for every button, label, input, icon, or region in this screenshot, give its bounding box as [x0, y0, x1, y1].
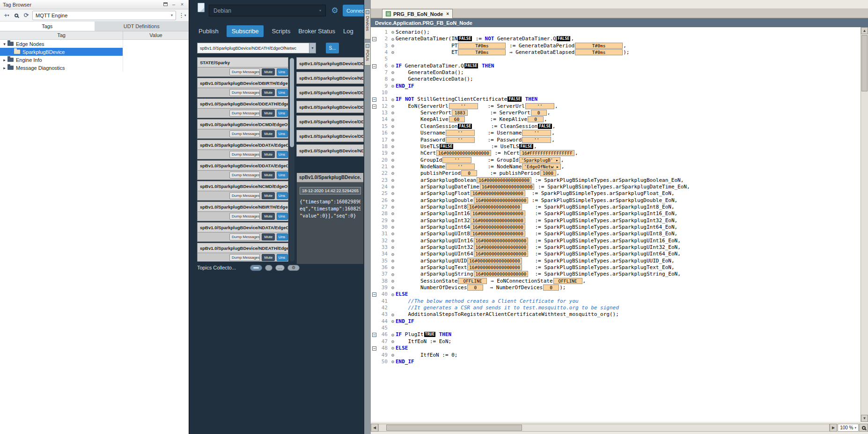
breakpoint-dot[interactable]: [391, 273, 394, 276]
breakpoint-dot[interactable]: [391, 98, 394, 101]
code-line[interactable]: 47 ItfEoN := EoN;: [371, 338, 861, 345]
code-line[interactable]: 30 arSparkplugInt6416#0000000000000000 :…: [371, 224, 861, 231]
horizontal-scrollbar-thumb[interactable]: [386, 425, 522, 431]
horizontal-scrollbar[interactable]: [378, 424, 830, 432]
breakpoint-dot[interactable]: [391, 266, 394, 269]
code-line[interactable]: 45: [371, 325, 861, 331]
magnifier-button[interactable]: [859, 424, 868, 432]
breakpoint-dot[interactable]: [391, 112, 394, 114]
code-line[interactable]: 49 ItfEoN := 0;: [371, 352, 861, 359]
fold-collapse-icon[interactable]: −: [372, 333, 376, 337]
tree-row-sparkplugbdevice[interactable]: SparkplugBDevice: [0, 48, 189, 56]
zoom-control[interactable]: 100 % ▾: [838, 424, 859, 432]
code-line[interactable]: 42 //It generates a CSR and sends it to …: [371, 305, 861, 311]
code-line[interactable]: 5: [371, 56, 861, 62]
breakpoint-dot[interactable]: [391, 232, 394, 235]
subscription-scrollbar[interactable]: [289, 57, 294, 262]
subscription-topic[interactable]: spBv1.0/SparkplugBDevice/NDEATH/EdgeOfNe…: [197, 243, 288, 253]
breakpoint-dot[interactable]: [391, 206, 394, 209]
code-line[interactable]: 3 PTT#0ms := GenerateDataPeriodT#0ms,: [371, 43, 861, 49]
breakpoint-dot[interactable]: [391, 293, 394, 296]
subscription-topic[interactable]: spBv1.0/SparkplugBDevice/DDEATH/EdgeOfNe…: [197, 98, 288, 108]
code-line[interactable]: 34 arSparkplugUInt6416#0000000000000000 …: [371, 251, 861, 257]
message-item[interactable]: spBv1.0/SparkplugBDevice/DDAT: [296, 86, 364, 98]
fold-collapse-icon[interactable]: −: [372, 37, 376, 41]
tree-row-message-diagnostics[interactable]: ▸Message Diagnostics: [0, 64, 189, 72]
tree-row-engine-info[interactable]: ▸Engine Info: [0, 56, 189, 64]
tab-udt-definitions[interactable]: UDT Definitions: [95, 22, 189, 31]
code-line[interactable]: 4 ETT#0ms ⇒ GenerateDataElapsedT#0ms);: [371, 49, 861, 56]
code-editor[interactable]: 1Scenario();−2GenerateDataTimer(INFALSE …: [371, 27, 861, 422]
code-line[interactable]: 18 UseTLSFALSE := UseTLSFALSE,: [371, 143, 861, 150]
code-line[interactable]: 31 arSparkplugUInt816#0000000000000000 :…: [371, 231, 861, 237]
dump-messages-button[interactable]: Dump Messages: [229, 172, 260, 179]
code-line[interactable]: 35 arSparkplugUUID16#0000000000000000 :=…: [371, 258, 861, 264]
code-line[interactable]: 15 CleanSessionFALSE := CleanSessionFALS…: [371, 123, 861, 130]
mute-button[interactable]: Mute: [262, 89, 275, 96]
subscription-topic[interactable]: spBv1.0/SparkplugBDevice/DDATA/EdgeOfNet…: [197, 160, 288, 170]
code-line[interactable]: 25 arSparkplugFloat16#0000000000000000 :…: [371, 190, 861, 197]
breakpoint-dot[interactable]: [391, 192, 394, 195]
column-header-value[interactable]: Value: [123, 31, 189, 39]
code-line[interactable]: 44END_IF: [371, 318, 861, 325]
breakpoint-dot[interactable]: [391, 239, 394, 242]
code-line[interactable]: 17 Password'' := Password'',: [371, 137, 861, 143]
subscription-topic[interactable]: spBv1.0/SparkplugBDevice/NCMD/EdgeOfNetw…: [197, 181, 288, 191]
code-line[interactable]: 38 SessionStateOFFLINE ⇒ EoNConnectionSt…: [371, 278, 861, 284]
dump-messages-button[interactable]: Dump Messages: [229, 68, 260, 75]
breakpoint-dot[interactable]: [391, 280, 394, 283]
code-line[interactable]: 28 arSparkplugInt1616#0000000000000000 :…: [371, 210, 861, 217]
code-line[interactable]: 16 Username'' := Username'',: [371, 130, 861, 136]
tree-row-edge-nodes[interactable]: ▾Edge Nodes: [0, 40, 189, 48]
close-icon[interactable]: ×: [178, 1, 186, 8]
code-line[interactable]: 14 KeepAlive60 := KeepAlive0,: [371, 116, 861, 123]
breakpoint-dot[interactable]: [391, 45, 394, 47]
document-icon[interactable]: [198, 3, 205, 12]
subscription-topic[interactable]: spBv1.0/SparkplugBDevice/DBIRTH/EdgeOfNe…: [197, 78, 288, 88]
dump-messages-button[interactable]: Dump Messages: [229, 213, 260, 220]
tree-expander-icon[interactable]: ▸: [1, 66, 7, 70]
scroll-left-icon[interactable]: ◀: [371, 424, 378, 432]
code-line[interactable]: 1Scenario();: [371, 29, 861, 36]
breakpoint-dot[interactable]: [391, 212, 394, 215]
dump-messages-button[interactable]: Dump Messages: [229, 130, 260, 137]
collector-more-button[interactable]: ...: [275, 265, 285, 271]
tab-subscribe[interactable]: Subscribe: [227, 25, 264, 37]
breakpoint-dot[interactable]: [391, 139, 394, 142]
more-menu-button[interactable]: ⋮▾: [178, 11, 186, 20]
breakpoint-dot[interactable]: [391, 51, 394, 54]
code-line[interactable]: 9END_IF: [371, 83, 861, 90]
scroll-down-icon[interactable]: ▼: [861, 415, 868, 422]
breakpoint-dot[interactable]: [391, 199, 394, 202]
mute-button[interactable]: Mute: [262, 233, 275, 240]
breakpoint-dot[interactable]: [391, 260, 394, 262]
close-tab-icon[interactable]: ×: [446, 11, 449, 16]
breakpoint-dot[interactable]: [391, 105, 394, 108]
message-item[interactable]: spBv1.0/SparkplugBDevice/DDAT: [296, 130, 364, 142]
side-tab-pous[interactable]: POUs: [364, 42, 371, 66]
mute-button[interactable]: Mute: [262, 130, 275, 137]
code-line[interactable]: 19 hCert16#0000000000000000 := hCert16#F…: [371, 150, 861, 157]
search-icon[interactable]: [13, 11, 20, 20]
unsubscribe-button[interactable]: Uns: [277, 68, 288, 75]
breakpoint-dot[interactable]: [391, 354, 394, 357]
breakpoint-dot[interactable]: [391, 125, 394, 128]
code-line[interactable]: −11IF NOT StillGettingClientCertificateF…: [371, 96, 861, 103]
code-line[interactable]: 37 arSparkplugString16#0000000000000000 …: [371, 271, 861, 277]
tab-log[interactable]: Log: [343, 28, 353, 35]
code-line[interactable]: −48ELSE: [371, 345, 861, 352]
code-line[interactable]: 26 arSparkplugDouble16#0000000000000000 …: [371, 197, 861, 204]
breakpoint-dot[interactable]: [391, 347, 394, 350]
tag-provider-combo[interactable]: MQTT Engine ▾: [32, 11, 176, 20]
breakpoint-dot[interactable]: [391, 246, 394, 249]
code-line[interactable]: 23 arSparkplugBoolean16#0000000000000000…: [371, 177, 861, 184]
unsubscribe-button[interactable]: Uns: [277, 213, 288, 220]
code-line[interactable]: 27 arSparkplugInt816#0000000000000000 :=…: [371, 204, 861, 210]
dump-messages-button[interactable]: Dump Messages: [229, 110, 260, 117]
code-line[interactable]: −46IF PlugItTRUE THEN: [371, 331, 861, 338]
connect-button[interactable]: Connec: [343, 5, 364, 16]
message-item[interactable]: spBv1.0/SparkplugBDevice/NDAT: [296, 72, 364, 84]
vertical-scrollbar[interactable]: ▲ ▼: [861, 27, 868, 422]
unsubscribe-button[interactable]: Uns: [277, 89, 288, 96]
subscription-topic[interactable]: spBv1.0/SparkplugBDevice/DCMD/EdgeOfNetw…: [197, 119, 288, 129]
